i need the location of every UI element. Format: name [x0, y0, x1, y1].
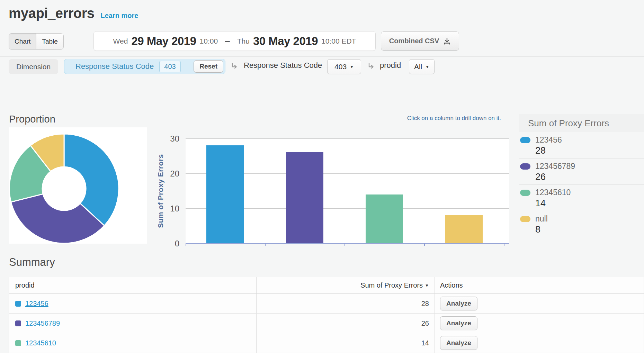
legend-value: 8 — [535, 224, 644, 235]
chart-legend: Sum of Proxy Errors 12345628123456789261… — [519, 114, 644, 237]
end-time: 10:00 EDT — [321, 37, 356, 45]
bar-chart-plot — [186, 138, 509, 243]
end-date: 30 May 2019 — [253, 35, 318, 48]
toolbar-divider — [0, 56, 644, 57]
combined-csv-button[interactable]: Combined CSV — [381, 31, 459, 51]
page-title: myapi_errors — [9, 6, 94, 21]
ytick-label-0: 0 — [149, 239, 179, 248]
drilldown-2-value: All — [414, 63, 422, 71]
page-header: myapi_errors Learn more — [9, 6, 138, 21]
sort-caret-icon: ▼ — [425, 283, 429, 288]
legend-swatch-icon — [520, 190, 530, 196]
analyze-button[interactable]: Analyze — [440, 336, 477, 350]
summary-title: Summary — [9, 256, 55, 269]
table-body: 12345628Analyze12345678926Analyze1234561… — [9, 294, 644, 353]
view-tab-table[interactable]: Table — [36, 34, 63, 49]
column-header-sum[interactable]: Sum of Proxy Errors ▼ — [257, 277, 435, 293]
legend-entry-null: null8 — [519, 211, 644, 237]
end-day: Thu — [237, 37, 250, 45]
proportion-donut-card — [9, 127, 147, 244]
legend-label: 123456 — [535, 135, 562, 145]
sum-value: 26 — [421, 319, 429, 327]
table-row: 1234561014Analyze — [9, 333, 644, 353]
start-day: Wed — [113, 37, 128, 45]
gridline-30 — [186, 138, 509, 139]
prodid-link[interactable]: 123456 — [25, 300, 48, 308]
date-range-picker[interactable]: Wed 29 May 2019 10:00 – Thu 30 May 2019 … — [93, 31, 376, 51]
start-time: 10:00 — [200, 37, 218, 45]
sum-value: 28 — [421, 300, 429, 308]
table-row: 12345678926Analyze — [9, 314, 644, 333]
caret-down-icon: ▼ — [425, 64, 429, 69]
x-axis-tick — [265, 243, 266, 246]
legend-label: 12345610 — [535, 188, 571, 197]
bar-12345610[interactable] — [366, 194, 403, 243]
drilldown-1-label: Response Status Code — [244, 61, 322, 70]
active-filter-name: Response Status Code — [75, 62, 154, 71]
date-range-separator: – — [225, 36, 230, 47]
analytics-dashboard: myapi_errors Learn more ChartTable Wed 2… — [0, 0, 644, 353]
drilldown-1-select[interactable]: 403 ▼ — [327, 59, 361, 74]
legend-entry-123456: 12345628 — [519, 132, 644, 159]
ytick-label-10: 10 — [149, 204, 179, 214]
reset-filter-button[interactable]: Reset — [194, 60, 223, 73]
drilldown-arrow-icon — [230, 62, 239, 71]
start-date: 29 May 2019 — [131, 35, 196, 48]
analyze-button[interactable]: Analyze — [440, 297, 477, 310]
chart-table-toggle: ChartTable — [9, 33, 64, 49]
legend-swatch-icon — [520, 137, 530, 143]
legend-label: 123456789 — [535, 162, 575, 171]
legend-swatch-icon — [520, 216, 530, 222]
legend-value: 14 — [535, 198, 644, 209]
drilldown-arrow-icon — [367, 62, 376, 71]
column-header-actions: Actions — [440, 281, 463, 289]
sum-value: 14 — [421, 339, 429, 347]
learn-more-link[interactable]: Learn more — [100, 12, 138, 20]
caret-down-icon: ▼ — [350, 64, 354, 69]
proportion-title: Proportion — [9, 114, 55, 125]
drilldown-1-value: 403 — [334, 63, 347, 71]
download-icon — [443, 37, 451, 45]
summary-table: prodid Sum of Proxy Errors ▼ Actions 123… — [9, 277, 644, 353]
x-axis-tick — [424, 243, 425, 246]
active-filter-value-badge: 403 — [159, 61, 180, 72]
table-row: 12345628Analyze — [9, 294, 644, 314]
x-axis-tick — [345, 243, 345, 246]
bar-null[interactable] — [445, 215, 483, 243]
legend-value: 28 — [535, 145, 644, 156]
legend-swatch-icon — [520, 163, 530, 170]
dimension-label: Dimension — [9, 59, 58, 74]
column-header-prodid: prodid — [15, 281, 35, 289]
legend-label: null — [535, 214, 548, 224]
drilldown-2-label: prodid — [380, 61, 401, 70]
prodid-swatch-icon — [15, 340, 21, 346]
x-axis-tick — [504, 243, 504, 246]
donut-chart — [9, 127, 147, 244]
prodid-link[interactable]: 12345610 — [25, 339, 56, 347]
bar-123456[interactable] — [206, 145, 244, 243]
ytick-label-20: 20 — [149, 169, 179, 179]
legend-entry-12345610: 1234561014 — [519, 185, 644, 211]
prodid-swatch-icon — [15, 320, 21, 326]
ytick-label-30: 30 — [149, 134, 179, 144]
view-tab-chart[interactable]: Chart — [9, 34, 36, 49]
active-filter-pill: Response Status Code 403 Reset — [64, 59, 225, 74]
combined-csv-label: Combined CSV — [389, 37, 439, 45]
bar-123456789[interactable] — [286, 152, 323, 243]
legend-entries: 12345628123456789261234561014null8 — [519, 132, 644, 237]
legend-title: Sum of Proxy Errors — [519, 114, 644, 132]
legend-entry-123456789: 12345678926 — [519, 159, 644, 185]
x-axis-tick — [186, 243, 186, 246]
analyze-button[interactable]: Analyze — [440, 316, 477, 330]
drilldown-hint: Click on a column to drill down on it. — [346, 115, 501, 122]
table-header-row: prodid Sum of Proxy Errors ▼ Actions — [9, 277, 644, 294]
legend-value: 26 — [535, 172, 644, 182]
prodid-swatch-icon — [15, 301, 21, 307]
drilldown-2-select[interactable]: All ▼ — [409, 59, 435, 74]
prodid-link[interactable]: 123456789 — [25, 319, 60, 327]
